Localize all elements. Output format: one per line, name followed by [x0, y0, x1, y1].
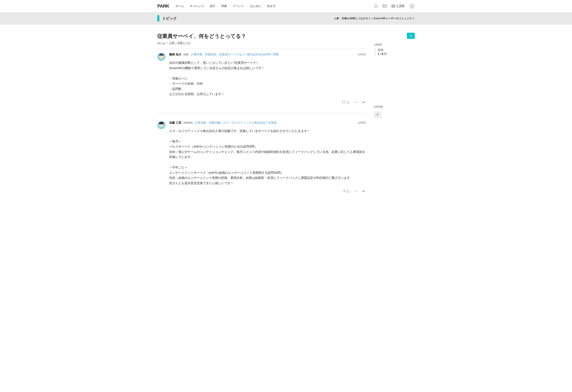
timeline-progress[interactable]: 投稿 1 / 8 件 [375, 48, 415, 56]
more-button[interactable] [354, 191, 358, 192]
like-button[interactable]: 8 [343, 189, 350, 193]
subheader-title: トピック [162, 16, 177, 21]
post: 篠崎 知大 zaki 人事評価、等級制度、従業員サーベイなど / 株式会社Sma… [157, 49, 366, 109]
post-body: 会社の健康診断として、使いこなしていきたい"従業員サーベイ"。 SmartHRの… [169, 60, 366, 97]
post-body: スマ・ロジスティックス株式会社人事の加藤です、実施しているサーベイを紹介させてい… [169, 128, 366, 186]
post-actions: 8 [169, 189, 366, 193]
svg-point-7 [355, 191, 356, 192]
nav-rewards[interactable]: 特典 [221, 4, 227, 8]
post-time: 19時間 [357, 121, 366, 125]
timeline-bottom-time[interactable]: 1時間前 [374, 105, 415, 109]
like-count-value: 12 [342, 100, 345, 104]
header-right: 1,335 [374, 3, 415, 9]
post-author-nick: mirimiri [183, 121, 193, 124]
header: PARK ホーム チャレンジ 紹介 特典 イベント はじめに 歩き方 1,335 [149, 0, 423, 12]
breadcrumb-home[interactable]: ホーム [157, 41, 165, 44]
main-content: 従業員サーベイ、何をどうとってる？ ホーム / 人事・労務トーク 篠崎 知大 z… [157, 33, 366, 198]
post-divider [157, 113, 366, 113]
reply-button[interactable] [362, 189, 366, 193]
scroll-top-button[interactable] [374, 112, 381, 118]
nav-challenge[interactable]: チャレンジ [190, 4, 204, 8]
svg-point-5 [357, 102, 358, 103]
post-actions: 12 [169, 100, 366, 104]
breadcrumb-category[interactable]: 人事・労務トーク [169, 41, 191, 44]
page-title: 従業員サーベイ、何をどうとってる？ [157, 33, 366, 39]
post: 加藤 三里 mirimiri 人事全般、労務全般 / スマ・ロジスティックス株式… [157, 117, 366, 198]
nav-guide[interactable]: 歩き方 [267, 4, 276, 8]
mail-icon[interactable] [382, 4, 387, 8]
more-button[interactable] [354, 102, 358, 103]
timeline-count: 1 / 8 件 [378, 52, 415, 56]
points-display[interactable]: 1,335 [391, 4, 404, 8]
thumbs-up-icon [347, 189, 350, 193]
coins-icon [391, 4, 395, 8]
post-avatar[interactable] [157, 53, 165, 61]
post-author-meta: 人事全般、労務全般 / スマ・ロジスティックス株式会社 / 北海道 [195, 121, 277, 125]
dots-icon [354, 102, 358, 103]
post-author-meta: 人事評価、等級制度、従業員サーベイなど / 株式会社SmartHR / 関東 [191, 53, 279, 56]
subheader-tagline: 人事・労務の仲間とつながろう！SmartHRユーザーのコミュニティ [334, 17, 415, 20]
nav-home[interactable]: ホーム [175, 4, 184, 8]
timeline-label: 投稿 [378, 48, 415, 52]
arrow-up-icon [376, 114, 379, 116]
reply-icon [362, 100, 366, 104]
sidebar: 19時間 投稿 1 / 8 件 1時間前 [374, 33, 415, 198]
post-time: 19時間 [357, 53, 366, 56]
logo[interactable]: PARK [157, 3, 169, 9]
svg-point-8 [357, 191, 358, 192]
breadcrumb: ホーム / 人事・労務トーク [157, 41, 366, 45]
thumbs-up-icon [347, 100, 350, 104]
nav-events[interactable]: イベント [233, 4, 244, 8]
points-value: 1,335 [396, 4, 404, 8]
accent-bar [157, 15, 159, 21]
reply-button[interactable] [362, 100, 366, 104]
post-author-name[interactable]: 加藤 三里 [169, 121, 181, 125]
nav-getting-started[interactable]: はじめに [250, 4, 261, 8]
svg-point-1 [392, 5, 395, 6]
svg-point-4 [355, 102, 356, 103]
like-button[interactable]: 12 [342, 100, 350, 104]
timeline-top-time[interactable]: 19時間 [374, 43, 415, 47]
svg-point-2 [411, 5, 413, 6]
post-avatar[interactable] [157, 121, 165, 129]
subheader: トピック 人事・労務の仲間とつながろう！SmartHRユーザーのコミュニティ [0, 12, 572, 25]
breadcrumb-sep: / [167, 41, 168, 44]
user-avatar[interactable] [409, 3, 415, 9]
timeline: 19時間 投稿 1 / 8 件 1時間前 [374, 43, 415, 118]
post-author-nick: zaki [183, 53, 189, 56]
svg-point-6 [354, 191, 355, 192]
reply-icon [362, 189, 366, 193]
nav-intro[interactable]: 紹介 [210, 4, 216, 8]
like-count-value: 8 [343, 189, 345, 193]
search-icon [409, 34, 413, 37]
dots-icon [354, 191, 358, 192]
post-author-name[interactable]: 篠崎 知大 [169, 53, 181, 56]
svg-point-3 [354, 102, 355, 103]
main-nav: ホーム チャレンジ 紹介 特典 イベント はじめに 歩き方 [175, 4, 374, 8]
bell-icon[interactable] [374, 4, 378, 8]
svg-point-9 [410, 34, 412, 36]
search-button[interactable] [407, 33, 415, 39]
svg-rect-0 [383, 5, 386, 7]
